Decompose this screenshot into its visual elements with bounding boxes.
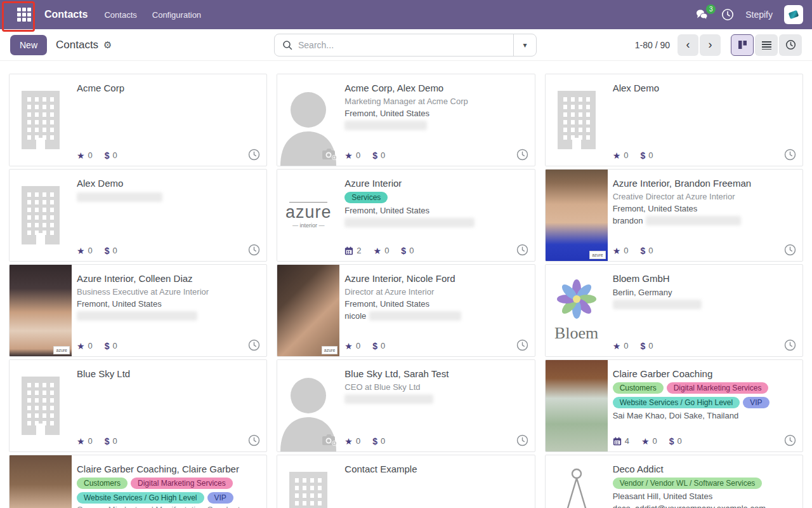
contact-email (77, 311, 259, 321)
blurred-email (344, 218, 475, 227)
contact-card[interactable]: Bloem Bloem GmbH Berlin, Germany ★0$0 (545, 264, 803, 357)
contact-stats: ★0$0 (344, 341, 385, 351)
contact-image (10, 170, 72, 261)
contact-card[interactable]: Deco Addict Vendor / Vendor WL / Softwar… (545, 455, 803, 508)
messages-icon[interactable]: 3 (696, 9, 710, 20)
nav-menu-configuration[interactable]: Configuration (145, 6, 209, 23)
contact-name: Acme Corp, Alex Demo (344, 82, 527, 95)
app-title: Contacts (44, 9, 88, 20)
contact-card-body: Alex Demo ★0$0 (72, 170, 266, 261)
dollar-icon: $ (640, 342, 645, 351)
contact-photo (546, 360, 608, 451)
opportunity-stat: $0 (372, 436, 385, 446)
dollar-icon: $ (640, 246, 645, 255)
dollar-icon: $ (401, 246, 406, 255)
opportunity-stat: $0 (640, 246, 653, 255)
activity-clock-icon[interactable] (516, 244, 528, 256)
contact-stats: ★0$0 (77, 341, 117, 351)
contact-name: Blue Sky Ltd, Sarah Test (344, 368, 527, 380)
contact-card-body: Acme Corp ★0$0 (72, 74, 266, 166)
building-icon (22, 377, 60, 435)
nav-menu-contacts[interactable]: Contacts (96, 6, 144, 23)
activity-clock-icon[interactable] (784, 149, 796, 161)
activity-clock-icon[interactable] (784, 244, 796, 256)
activities-icon[interactable] (721, 8, 734, 21)
contact-card[interactable]: Acme Corp, Alex Demo Marketing Manager a… (277, 74, 535, 166)
dollar-icon: $ (105, 151, 110, 160)
contact-card[interactable]: Alex Demo ★0$0 (545, 74, 803, 166)
contact-card-body: Contact Example (339, 455, 534, 508)
contact-image (546, 455, 608, 508)
contact-location: Pleasant Hill, United States (613, 491, 795, 501)
contact-card[interactable]: Acme Corp ★0$0 (9, 74, 267, 166)
search-dropdown-toggle[interactable]: ▾ (513, 34, 536, 56)
contact-tag: Vendor / Vendor WL / Software Services (613, 478, 763, 489)
settings-gear-icon[interactable]: ⚙ (103, 39, 112, 51)
activity-clock-icon[interactable] (784, 339, 796, 351)
activity-clock-icon[interactable] (248, 434, 260, 446)
new-button[interactable]: New (10, 35, 47, 55)
contact-name: Azure Interior, Nicole Ford (344, 272, 527, 285)
activity-clock-icon[interactable] (248, 149, 260, 161)
pager-previous-button[interactable]: ‹ (678, 34, 698, 56)
opportunity-stat: $0 (105, 436, 117, 446)
search-icon (282, 40, 292, 50)
activity-clock-icon[interactable] (516, 149, 528, 161)
contact-stats: ★0$0 (344, 150, 385, 160)
activity-clock-icon[interactable] (784, 434, 796, 446)
camera-icon (322, 434, 337, 446)
pager-next-button[interactable]: › (700, 34, 721, 56)
search-bar[interactable]: ▾ (274, 34, 537, 57)
contact-stats: 2★0$0 (344, 246, 414, 255)
list-view-button[interactable] (755, 34, 778, 56)
contact-tag: Customers (77, 478, 128, 489)
blurred-email (77, 192, 162, 202)
contact-tag: Website Services / Go High Level (77, 492, 204, 504)
contact-image: Bloem (546, 265, 608, 356)
opportunity-stat: $0 (640, 150, 653, 160)
contact-card[interactable]: Blue Sky Ltd, Sarah Test CEO at Blue Sky… (277, 359, 535, 452)
contact-photo (10, 455, 72, 508)
favorite-stat: ★0 (77, 246, 93, 255)
contact-card[interactable]: azure— interior — Azure Interior Service… (277, 169, 535, 262)
contact-card[interactable]: azure Azure Interior, Brandon Freeman Cr… (545, 169, 803, 262)
kanban-view-button[interactable] (731, 34, 754, 56)
contact-name: Alex Demo (613, 82, 795, 95)
grid-icon (17, 8, 31, 22)
activity-clock-icon[interactable] (516, 434, 528, 446)
star-icon: ★ (344, 151, 353, 160)
contact-card[interactable]: Claire Garber Coaching CustomersDigital … (545, 359, 803, 452)
contact-card[interactable]: Contact Example (277, 455, 535, 508)
activity-view-button[interactable] (779, 34, 802, 56)
opportunity-stat: $0 (372, 341, 385, 351)
star-icon: ★ (613, 246, 621, 255)
dollar-icon: $ (640, 151, 645, 160)
user-avatar[interactable] (784, 5, 803, 24)
favorite-stat: ★0 (77, 436, 93, 446)
activity-clock-icon[interactable] (516, 339, 528, 351)
activity-clock-icon[interactable] (248, 244, 260, 256)
contact-name: Azure Interior (344, 177, 527, 190)
breadcrumb: Contacts (56, 39, 98, 51)
favorite-stat: ★0 (641, 436, 657, 446)
contact-card-body: Azure Interior, Colleen Diaz Business Ex… (72, 265, 266, 356)
contact-card-body: Azure Interior, Brandon Freeman Creative… (608, 170, 802, 261)
contact-photo (10, 265, 72, 356)
activity-clock-icon[interactable] (248, 339, 260, 351)
contact-card[interactable]: azure Azure Interior, Colleen Diaz Busin… (9, 264, 267, 357)
company-name[interactable]: Stepify (745, 10, 773, 20)
company-mini-badge: azure (53, 346, 70, 354)
contact-stats: ★0$0 (77, 246, 117, 255)
dollar-icon: $ (669, 437, 674, 446)
favorite-stat: ★0 (344, 341, 360, 351)
contact-card[interactable]: Claire Garber Coaching, Claire Garber Cu… (9, 455, 267, 508)
contact-image (277, 74, 339, 166)
contact-card-body: Bloem GmbH Berlin, Germany ★0$0 (608, 265, 802, 356)
contact-email (77, 192, 259, 202)
apps-menu-icon[interactable] (11, 2, 37, 27)
contact-card[interactable]: Alex Demo ★0$0 (9, 169, 267, 262)
search-input[interactable] (298, 40, 513, 50)
dollar-icon: $ (372, 151, 377, 160)
contact-card[interactable]: azure Azure Interior, Nicole Ford Direct… (277, 264, 535, 357)
contact-card[interactable]: Blue Sky Ltd ★0$0 (9, 359, 267, 452)
